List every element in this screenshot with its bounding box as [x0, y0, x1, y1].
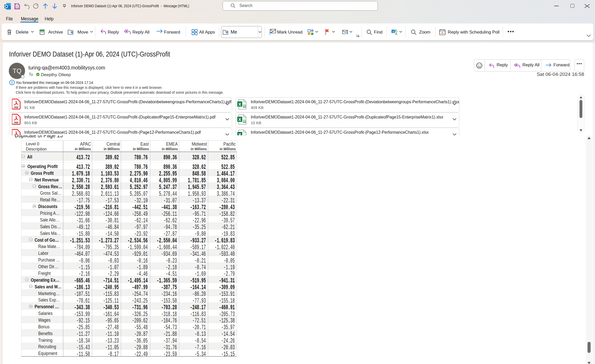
svg-text:X: X	[238, 132, 241, 136]
svg-text:a: a	[392, 30, 394, 33]
svg-text:あ: あ	[394, 29, 398, 33]
svg-text:PDF: PDF	[14, 106, 19, 109]
svg-text:X: X	[238, 117, 241, 122]
svg-text:PDF: PDF	[14, 121, 19, 124]
svg-text:X: X	[238, 102, 241, 107]
